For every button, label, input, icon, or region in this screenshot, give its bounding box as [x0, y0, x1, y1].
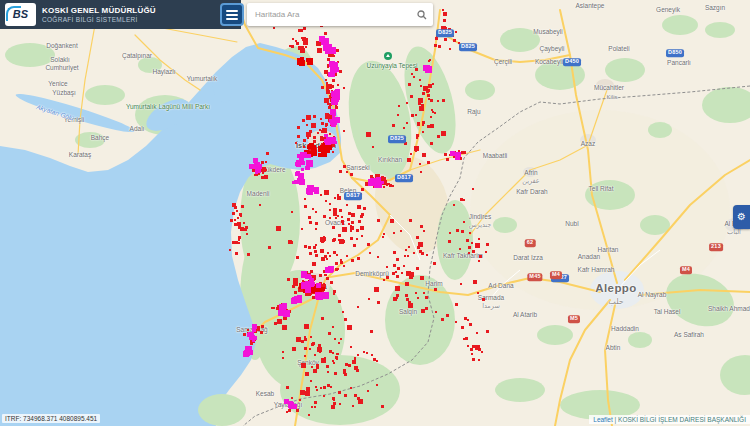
leaflet-link[interactable]: Leaflet	[593, 416, 613, 423]
app-subtitle: COĞRAFİ BİLGİ SİSTEMLERİ	[42, 16, 156, 23]
map-canvas[interactable]	[0, 0, 750, 426]
settings-button[interactable]: ⚙	[733, 205, 750, 229]
app-header: BS KOSKİ GENEL MÜDÜRLÜĞÜ COĞRAFİ BİLGİ S…	[0, 0, 241, 29]
map-attribution: Leaflet | KOSKİ BİLGİ İŞLEM DAİRESİ BAŞK…	[589, 415, 750, 424]
menu-button[interactable]	[220, 3, 244, 26]
search-icon[interactable]	[417, 10, 427, 20]
search-bar	[247, 3, 433, 26]
logo-mark: BS	[13, 9, 28, 20]
coordinate-readout: ITRF: 734968.371 4080895.451	[2, 414, 100, 423]
app-titles: KOSKİ GENEL MÜDÜRLÜĞÜ COĞRAFİ BİLGİ SİST…	[42, 6, 156, 23]
hamburger-icon	[226, 10, 238, 12]
attribution-text: KOSKİ BİLGİ İŞLEM DAİRESİ BAŞKANLIĞI	[618, 416, 746, 423]
gis-app: DoğankentSolaklıCumhuriyetYeniceYüzbaşıÇ…	[0, 0, 750, 426]
search-input[interactable]	[253, 9, 413, 20]
app-title: KOSKİ GENEL MÜDÜRLÜĞÜ	[42, 6, 156, 15]
gear-icon: ⚙	[737, 212, 746, 222]
park-poi-icon	[384, 52, 392, 60]
app-logo: BS	[5, 3, 36, 26]
